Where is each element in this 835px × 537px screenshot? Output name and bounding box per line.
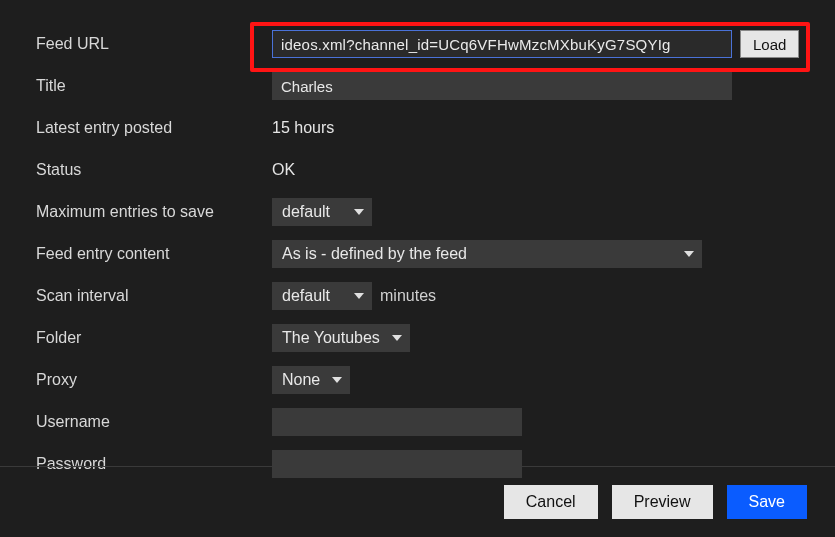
label-title: Title	[36, 77, 272, 95]
scan-interval-selected: default	[282, 287, 330, 305]
preview-button[interactable]: Preview	[612, 485, 713, 519]
dialog-footer: Cancel Preview Save	[0, 466, 835, 537]
max-entries-select[interactable]: default	[272, 198, 372, 226]
row-proxy: Proxy None	[36, 366, 799, 394]
scan-interval-suffix: minutes	[380, 287, 436, 305]
row-title: Title	[36, 72, 799, 100]
chevron-down-icon	[684, 251, 694, 257]
title-input[interactable]	[272, 72, 732, 100]
label-max-entries: Maximum entries to save	[36, 203, 272, 221]
row-max-entries: Maximum entries to save default	[36, 198, 799, 226]
label-proxy: Proxy	[36, 371, 272, 389]
label-status: Status	[36, 161, 272, 179]
chevron-down-icon	[354, 293, 364, 299]
feed-content-selected: As is - defined by the feed	[282, 245, 467, 263]
row-username: Username	[36, 408, 799, 436]
proxy-select[interactable]: None	[272, 366, 350, 394]
max-entries-selected: default	[282, 203, 330, 221]
folder-selected: The Youtubes	[282, 329, 380, 347]
feed-settings-form: Feed URL Load Title Latest entry posted …	[0, 0, 835, 502]
chevron-down-icon	[354, 209, 364, 215]
row-feed-url: Feed URL Load	[36, 30, 799, 58]
row-folder: Folder The Youtubes	[36, 324, 799, 352]
label-latest-entry: Latest entry posted	[36, 119, 272, 137]
row-scan-interval: Scan interval default minutes	[36, 282, 799, 310]
load-button[interactable]: Load	[740, 30, 799, 58]
username-input[interactable]	[272, 408, 522, 436]
row-status: Status OK	[36, 156, 799, 184]
row-latest-entry: Latest entry posted 15 hours	[36, 114, 799, 142]
chevron-down-icon	[392, 335, 402, 341]
feed-content-select[interactable]: As is - defined by the feed	[272, 240, 702, 268]
save-button[interactable]: Save	[727, 485, 807, 519]
status-value: OK	[272, 161, 295, 179]
label-feed-content: Feed entry content	[36, 245, 272, 263]
label-username: Username	[36, 413, 272, 431]
label-folder: Folder	[36, 329, 272, 347]
latest-entry-value: 15 hours	[272, 119, 334, 137]
folder-select[interactable]: The Youtubes	[272, 324, 410, 352]
proxy-selected: None	[282, 371, 320, 389]
feed-url-input[interactable]	[272, 30, 732, 58]
chevron-down-icon	[332, 377, 342, 383]
scan-interval-select[interactable]: default	[272, 282, 372, 310]
label-scan-interval: Scan interval	[36, 287, 272, 305]
cancel-button[interactable]: Cancel	[504, 485, 598, 519]
row-feed-content: Feed entry content As is - defined by th…	[36, 240, 799, 268]
label-feed-url: Feed URL	[36, 35, 272, 53]
